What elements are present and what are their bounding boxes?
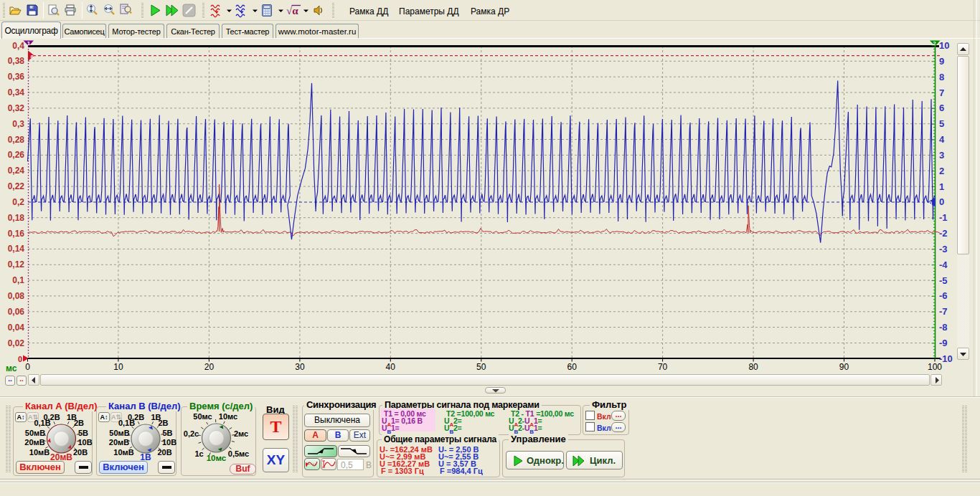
svg-text:40: 40 (386, 362, 396, 372)
svg-text:2В: 2В (74, 419, 84, 427)
svg-text:2: 2 (933, 40, 936, 47)
svg-text:10В: 10В (162, 438, 176, 447)
svg-text:мс: мс (6, 363, 17, 373)
svg-text:0,14: 0,14 (8, 244, 25, 254)
svg-text:9: 9 (939, 56, 944, 67)
svg-text:10мВ: 10мВ (29, 448, 50, 457)
svg-text:0,16: 0,16 (8, 229, 25, 239)
svg-text:10мс: 10мс (207, 454, 227, 462)
svg-text:0,1В: 0,1В (34, 419, 50, 427)
svg-text:0: 0 (25, 362, 30, 372)
svg-text:5В: 5В (78, 429, 88, 437)
svg-text:0,5мс: 0,5мс (228, 449, 249, 458)
svg-text:10мс: 10мс (219, 412, 237, 421)
svg-text:8: 8 (939, 72, 944, 82)
svg-text:0,32: 0,32 (8, 103, 25, 113)
svg-text:5В: 5В (162, 429, 172, 437)
svg-text:0,08: 0,08 (8, 291, 25, 301)
svg-text:-4: -4 (939, 259, 948, 270)
svg-text:20мВ: 20мВ (24, 438, 44, 447)
svg-text:0,02: 0,02 (8, 338, 25, 348)
svg-text:80: 80 (748, 362, 758, 372)
svg-text:2мс: 2мс (234, 429, 248, 438)
svg-text:4: 4 (939, 134, 945, 145)
svg-text:0: 0 (929, 200, 933, 206)
svg-text:1с: 1с (194, 449, 203, 458)
svg-text:10мВ: 10мВ (113, 448, 133, 457)
svg-text:10: 10 (113, 362, 123, 372)
svg-text:0,06: 0,06 (8, 307, 25, 317)
svg-text:50мВ: 50мВ (25, 429, 45, 437)
svg-text:-6: -6 (939, 290, 948, 301)
svg-text:20: 20 (204, 362, 215, 372)
svg-text:20мВ: 20мВ (109, 438, 129, 447)
svg-text:0,18: 0,18 (8, 213, 25, 223)
svg-text:-2: -2 (939, 228, 948, 239)
svg-text:0: 0 (939, 196, 944, 207)
svg-text:0,26: 0,26 (8, 150, 25, 160)
svg-text:20В: 20В (157, 448, 171, 457)
svg-text:0,22: 0,22 (8, 181, 25, 191)
svg-text:√α: √α (286, 5, 298, 16)
svg-text:60: 60 (567, 362, 578, 372)
svg-text:10: 10 (939, 40, 949, 51)
svg-text:0,2: 0,2 (12, 197, 24, 207)
svg-text:70: 70 (658, 362, 668, 372)
svg-text:6: 6 (939, 102, 944, 113)
svg-text:90: 90 (839, 362, 849, 372)
svg-text:10В: 10В (77, 438, 92, 447)
svg-text:a: a (31, 53, 34, 59)
svg-text:0,1: 0,1 (12, 275, 24, 285)
svg-text:0,04: 0,04 (8, 323, 25, 333)
svg-text:50: 50 (476, 362, 486, 372)
svg-text:0: 0 (18, 355, 22, 363)
svg-text:2: 2 (939, 166, 944, 176)
svg-text:-8: -8 (939, 322, 948, 333)
svg-text:2В: 2В (158, 419, 168, 427)
svg-text:1: 1 (27, 40, 31, 47)
svg-text:0,36: 0,36 (8, 72, 25, 82)
svg-text:50мс: 50мс (193, 412, 212, 421)
svg-text:5: 5 (939, 118, 944, 129)
svg-text:20В: 20В (73, 448, 88, 457)
svg-text:7: 7 (939, 87, 944, 98)
svg-text:0,4: 0,4 (12, 41, 24, 51)
svg-text:0,3: 0,3 (12, 119, 24, 129)
svg-text:1: 1 (939, 181, 944, 192)
svg-text:-7: -7 (939, 306, 948, 317)
svg-text:0,28: 0,28 (8, 135, 25, 145)
svg-text:0,24: 0,24 (8, 166, 25, 176)
svg-text:3: 3 (939, 150, 944, 161)
svg-text:-3: -3 (939, 244, 948, 254)
svg-text:-5: -5 (939, 275, 948, 286)
svg-text:0,1В: 0,1В (118, 419, 135, 427)
svg-text:0,12: 0,12 (8, 259, 25, 270)
svg-text:50мВ: 50мВ (109, 429, 129, 437)
svg-text:-1: -1 (939, 212, 948, 223)
svg-text:0,38: 0,38 (8, 56, 25, 66)
svg-text:0,34: 0,34 (8, 87, 25, 97)
svg-text:-9: -9 (939, 338, 948, 348)
svg-text:30: 30 (295, 362, 305, 372)
svg-text:100: 100 (928, 362, 942, 372)
svg-text:0,2с: 0,2с (184, 429, 199, 438)
